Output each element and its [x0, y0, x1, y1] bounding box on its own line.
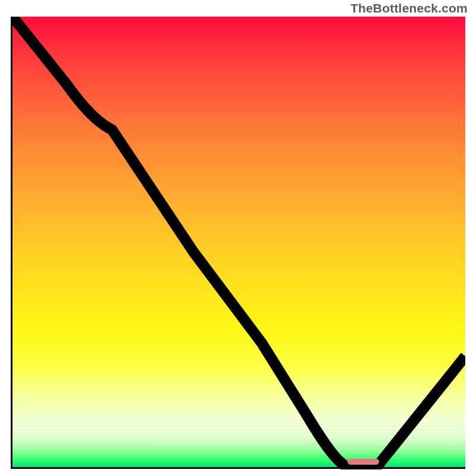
risk-gradient-background	[12, 17, 465, 467]
optimum-marker	[347, 459, 379, 465]
watermark-text: TheBottleneck.com	[350, 1, 468, 15]
plot-area	[11, 17, 465, 469]
